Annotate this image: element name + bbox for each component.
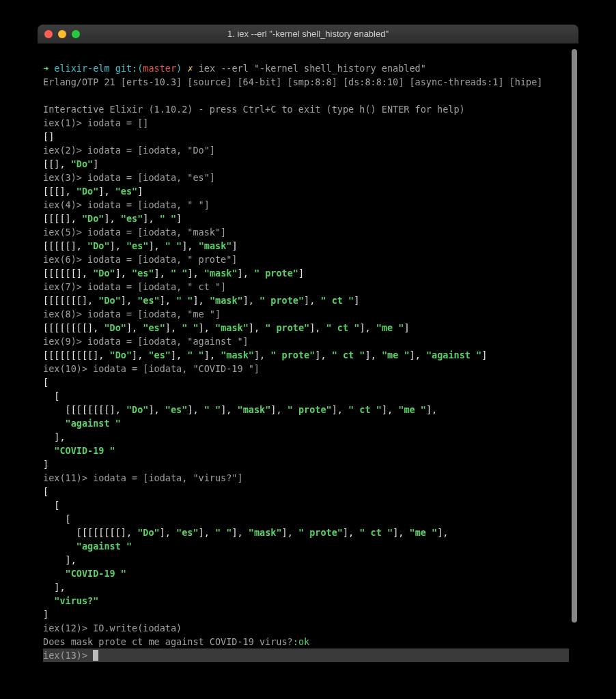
iex-output: [ — [43, 513, 71, 524]
scrollbar[interactable] — [572, 49, 577, 623]
string: " ct " — [348, 404, 382, 415]
iex-output: ], — [148, 240, 165, 251]
iex-output: ], — [249, 322, 265, 333]
string: "virus?" — [43, 595, 98, 606]
iex-prompt: iex(12)> — [43, 623, 93, 633]
iex-output: ] — [93, 158, 98, 169]
string: "Do" — [98, 295, 121, 306]
iex-output: [[[[[], — [43, 240, 87, 251]
string: " prote" — [270, 350, 315, 360]
iex-output: ], — [199, 527, 215, 538]
iex-input: iodata = [iodata, " ct "] — [87, 281, 226, 292]
string: "es" — [121, 213, 143, 224]
iex-output: ], — [160, 527, 176, 538]
iex-output: ], — [382, 404, 398, 415]
iex-output: ], — [243, 295, 260, 306]
traffic-lights — [44, 30, 80, 38]
active-line[interactable]: iex(13)> — [43, 648, 569, 662]
string: " " — [176, 295, 193, 306]
iex-output: ], — [238, 268, 254, 279]
string: "mask" — [199, 240, 232, 251]
string: "COVID-19 " — [43, 568, 126, 579]
git-branch: master — [143, 63, 176, 74]
string: "es" — [176, 527, 199, 538]
iex-prompt: iex(7)> — [43, 281, 87, 292]
iex-output: ], — [254, 350, 270, 360]
iex-output: ], — [43, 554, 76, 565]
string: "es" — [143, 322, 165, 333]
iex-output: [[[[[[[[], — [43, 404, 126, 415]
iex-prompt: iex(9)> — [43, 336, 87, 347]
string: "against " — [43, 418, 121, 429]
iex-input: iodata = [iodata, " "] — [87, 199, 210, 210]
iex-output: ] — [137, 186, 143, 197]
string: "Do" — [71, 158, 94, 169]
iex-output: ] — [43, 609, 48, 620]
string: "mask" — [215, 322, 249, 333]
string: " " — [160, 213, 176, 224]
close-icon[interactable] — [44, 30, 53, 38]
string: " ct " — [326, 322, 360, 333]
string: " " — [215, 527, 232, 538]
iex-output: ], — [115, 268, 132, 279]
string: "mask" — [249, 527, 282, 538]
iex-output: [[[[[[[[], — [43, 322, 104, 333]
iex-output: ], — [182, 240, 198, 251]
string: "es" — [137, 295, 160, 306]
string: "against " — [43, 541, 132, 552]
string: "es" — [165, 404, 188, 415]
iex-output: ], — [165, 322, 182, 333]
iex-output: ], — [43, 582, 66, 593]
iex-output: Does mask prote ct me against COVID-19 v… — [43, 636, 293, 647]
cursor-icon — [93, 650, 98, 661]
erlang-banner: Erlang/OTP 21 [erts-10.3] [source] [64-b… — [43, 76, 543, 87]
iex-input: iodata = [iodata, "virus?"] — [93, 472, 242, 483]
iex-output: [[[[[[[], — [43, 295, 98, 306]
iex-output: ], — [437, 527, 448, 538]
string: " prote" — [288, 404, 332, 415]
iex-output: ], — [154, 268, 171, 279]
scroll-thumb[interactable] — [572, 49, 577, 623]
string: " prote" — [265, 322, 309, 333]
iex-prompt: iex(6)> — [43, 254, 87, 265]
iex-output: [[[[[[[[[], — [43, 350, 110, 360]
iex-input: iodata = [] — [87, 117, 148, 128]
string: "me " — [382, 350, 410, 360]
iex-output: ], — [304, 295, 320, 306]
iex-prompt: iex(5)> — [43, 227, 87, 238]
iex-output: ], — [221, 404, 237, 415]
iex-input: iodata = [iodata, "COVID-19 "] — [93, 363, 260, 374]
iex-output: ] — [298, 268, 304, 279]
iex-input: iodata = [iodata, "against "] — [87, 336, 249, 347]
minimize-icon[interactable] — [58, 30, 66, 38]
iex-output: ], — [204, 350, 221, 360]
window-title: 1. iex --erl "-kernel shell_history enab… — [38, 27, 578, 41]
iex-output: ], — [43, 431, 66, 442]
maximize-icon[interactable] — [72, 30, 80, 38]
git-label: git:( — [110, 63, 143, 74]
string: "me " — [398, 404, 426, 415]
elixir-banner: Interactive Elixir (1.10.2) - press Ctrl… — [43, 104, 465, 115]
prompt-dir: elixir-elm — [54, 63, 109, 74]
command: iex --erl "-kernel shell_history enabled… — [199, 63, 426, 74]
string: "Do" — [137, 527, 160, 538]
iex-input: iodata = [iodata, "Do"] — [87, 145, 215, 156]
iex-output: ], — [98, 186, 115, 197]
string: "Do" — [110, 350, 132, 360]
string: "es" — [148, 350, 171, 360]
terminal-body[interactable]: ➜ elixir-elm git:(master) ✗ iex --erl "-… — [38, 44, 578, 664]
string: " ct " — [332, 350, 365, 360]
iex-output: ] — [43, 459, 48, 470]
string: " prote" — [298, 527, 343, 538]
string: "Do" — [76, 186, 99, 197]
iex-output: ] — [354, 295, 359, 306]
string: " prote" — [260, 295, 304, 306]
iex-output: ], — [282, 527, 298, 538]
iex-output: ], — [232, 527, 248, 538]
iex-output: ], — [393, 527, 409, 538]
iex-output: [ — [43, 486, 48, 497]
string: "es" — [126, 240, 149, 251]
iex-output: ], — [315, 350, 331, 360]
iex-output: ], — [426, 404, 437, 415]
string: " " — [182, 322, 198, 333]
